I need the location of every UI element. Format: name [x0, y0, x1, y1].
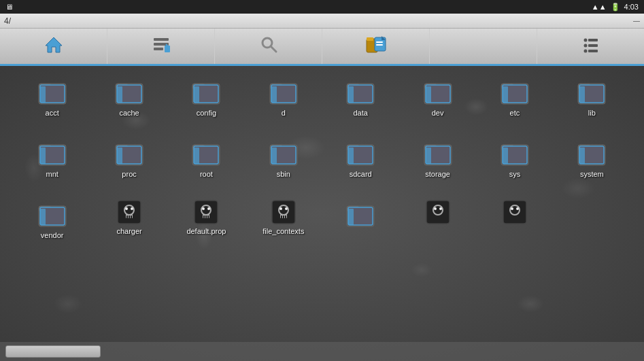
- svg-rect-102: [205, 216, 207, 218]
- list-item[interactable]: acct: [14, 73, 90, 134]
- svg-rect-95: [131, 216, 132, 218]
- list-item[interactable]: cache: [90, 73, 167, 134]
- toolbar: [0, 29, 644, 66]
- list-item[interactable]: etc: [476, 73, 553, 134]
- svg-point-123: [516, 207, 519, 210]
- svg-rect-12: [376, 41, 383, 43]
- svg-marker-0: [46, 37, 62, 52]
- blank-button: [430, 29, 537, 64]
- svg-point-16: [583, 44, 587, 48]
- svg-rect-71: [348, 148, 354, 164]
- list-item[interactable]: lib: [554, 73, 630, 134]
- folder-icon: [269, 77, 299, 107]
- file-label: charger: [116, 227, 141, 235]
- svg-point-91: [131, 207, 133, 210]
- menu-icon: [581, 35, 600, 58]
- list-item[interactable]: charger: [90, 195, 167, 256]
- search-button[interactable]: [215, 29, 322, 64]
- list-item[interactable]: root: [168, 134, 245, 195]
- svg-rect-101: [203, 216, 205, 218]
- path-bar: 4/ —: [0, 14, 644, 29]
- svg-rect-39: [348, 86, 354, 103]
- svg-rect-67: [271, 148, 277, 164]
- time-label: 4:03: [624, 3, 639, 11]
- file-icon: [116, 199, 142, 225]
- folder-icon: [423, 138, 453, 168]
- svg-line-7: [271, 46, 276, 52]
- svg-point-14: [583, 39, 587, 42]
- list-item[interactable]: file_contexts: [245, 195, 322, 256]
- svg-rect-35: [271, 86, 277, 103]
- svg-point-122: [511, 207, 513, 210]
- folder-icon: [37, 138, 67, 168]
- svg-rect-23: [40, 86, 46, 103]
- list-item[interactable]: vendor: [14, 195, 90, 256]
- list-item[interactable]: sbin: [245, 134, 322, 195]
- list-item[interactable]: [322, 195, 399, 256]
- list-item[interactable]: d: [245, 73, 322, 134]
- folder-icon: [423, 77, 453, 107]
- svg-point-107: [285, 207, 288, 210]
- svg-rect-63: [194, 148, 199, 164]
- file-icon: [502, 199, 528, 225]
- folder-icon: [37, 199, 67, 229]
- list-item[interactable]: dev: [399, 73, 476, 134]
- file-label: cache: [119, 109, 139, 117]
- search-icon: [259, 35, 278, 58]
- list-item[interactable]: sdcard: [322, 134, 399, 195]
- current-path: 4/: [4, 16, 11, 26]
- list-item[interactable]: [476, 195, 553, 256]
- file-icon: [193, 199, 219, 225]
- svg-rect-51: [579, 86, 585, 103]
- svg-point-106: [279, 207, 282, 210]
- list-item[interactable]: config: [168, 73, 245, 134]
- menu-button[interactable]: [537, 29, 644, 64]
- svg-rect-110: [283, 216, 284, 218]
- folder-icon: [345, 199, 375, 229]
- file-label: default.prop: [186, 227, 226, 235]
- scroll-thumb[interactable]: [5, 345, 101, 358]
- folder-icon: [577, 138, 607, 168]
- file-icon: [271, 199, 296, 225]
- svg-point-18: [583, 50, 587, 53]
- svg-point-90: [125, 207, 128, 210]
- svg-rect-109: [281, 216, 282, 218]
- file-label: data: [353, 109, 367, 117]
- file-label: storage: [425, 170, 450, 178]
- svg-rect-104: [272, 201, 295, 224]
- svg-rect-31: [194, 86, 199, 103]
- list-item[interactable]: default.prop: [168, 195, 245, 256]
- home-icon: [44, 35, 63, 58]
- svg-rect-115: [348, 209, 354, 225]
- svg-rect-47: [503, 86, 508, 103]
- list-item[interactable]: mnt: [14, 134, 90, 195]
- list-item[interactable]: [399, 195, 476, 256]
- svg-rect-79: [503, 148, 508, 164]
- list-item[interactable]: storage: [399, 134, 476, 195]
- home-button[interactable]: [0, 29, 107, 64]
- list-item[interactable]: system: [554, 134, 630, 195]
- file-label: etc: [510, 109, 520, 117]
- folder-icon: [37, 77, 67, 107]
- list-item[interactable]: data: [322, 73, 399, 134]
- svg-point-98: [202, 207, 205, 210]
- folder-icon: [577, 77, 607, 107]
- file-label: lib: [588, 109, 596, 117]
- file-icon: [425, 199, 451, 225]
- edit-button[interactable]: [107, 29, 215, 64]
- file-label: sdcard: [350, 170, 372, 178]
- scroll-bar[interactable]: [0, 342, 644, 361]
- svg-rect-94: [129, 216, 130, 218]
- minimize-button[interactable]: —: [633, 17, 640, 24]
- svg-rect-43: [426, 86, 431, 103]
- file-label: sbin: [277, 170, 290, 178]
- folder-icon: [191, 138, 221, 168]
- file-label: config: [197, 109, 216, 117]
- file-label: file_contexts: [262, 227, 304, 235]
- app-icon: 🖥: [5, 3, 13, 11]
- list-item[interactable]: sys: [476, 134, 553, 195]
- file-area: acct cache config d data: [0, 66, 644, 361]
- list-item[interactable]: proc: [90, 134, 167, 195]
- svg-rect-59: [117, 148, 122, 164]
- copy-button[interactable]: [322, 29, 430, 64]
